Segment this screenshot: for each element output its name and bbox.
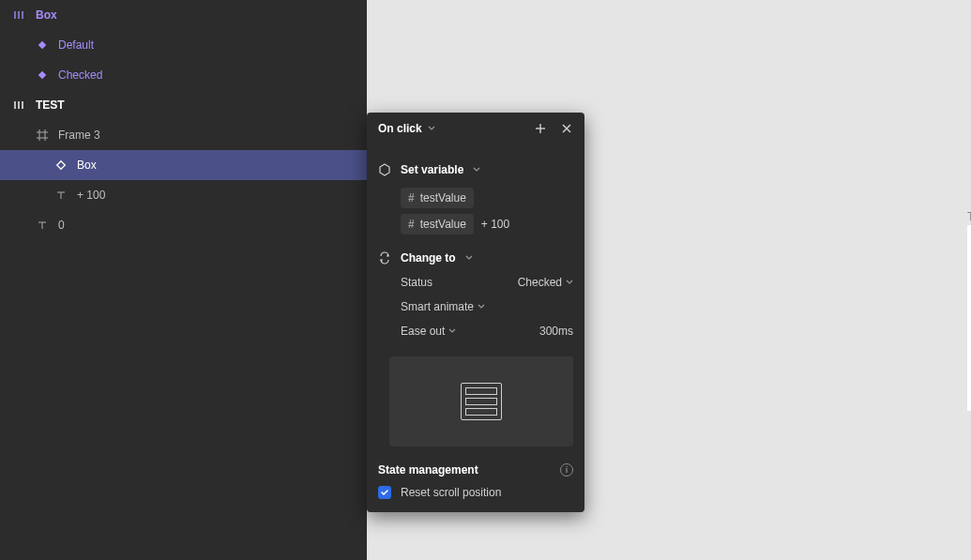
svg-rect-4 — [38, 71, 46, 79]
action-label: Set variable — [401, 163, 463, 176]
layer-label: Checked — [58, 68, 102, 82]
canvas-test-label[interactable]: TEST — [967, 210, 971, 223]
state-management-header: State management i — [367, 446, 584, 482]
svg-marker-25 — [380, 164, 389, 175]
layer-plus100-text[interactable]: + 100 — [0, 180, 367, 210]
chevron-down-icon — [473, 163, 480, 176]
change-to-action[interactable]: Change to — [378, 246, 573, 270]
set-variable-action[interactable]: Set variable — [378, 158, 573, 182]
action-label: Change to — [401, 251, 456, 265]
layer-variant-default[interactable]: Default — [0, 30, 367, 60]
property-status-row: Status Checked — [378, 270, 573, 295]
duration-input[interactable]: 300ms — [539, 325, 573, 338]
layer-label: 0 — [58, 219, 65, 232]
swap-icon — [378, 251, 391, 265]
layer-label: + 100 — [77, 189, 105, 202]
layer-frame3[interactable]: Frame 3 — [0, 120, 367, 150]
trigger-select[interactable]: On click — [378, 122, 422, 135]
variant-stack-icon — [13, 98, 26, 112]
animation-row: Smart animate — [378, 295, 573, 319]
property-value-select[interactable]: Checked — [518, 276, 573, 289]
reset-scroll-checkbox[interactable] — [378, 486, 391, 499]
hexagon-icon — [378, 163, 391, 176]
frame-icon — [36, 129, 49, 142]
chevron-down-icon — [465, 251, 473, 265]
expression-suffix: + 100 — [481, 218, 509, 231]
panel-header: On click — [367, 113, 584, 144]
diamond-icon — [36, 38, 49, 52]
layer-variant-checked[interactable]: Checked — [0, 60, 367, 90]
variable-name: testValue — [420, 218, 466, 231]
easing-row: Ease out 300ms — [378, 319, 573, 343]
layer-box-component[interactable]: Box — [0, 0, 367, 30]
checkbox-label: Reset scroll position — [401, 486, 501, 499]
svg-rect-12 — [57, 161, 65, 169]
close-panel-button[interactable] — [560, 122, 573, 135]
layer-test-frame[interactable]: TEST — [0, 90, 367, 120]
reset-scroll-row: Reset scroll position — [367, 482, 584, 499]
layer-label: Default — [58, 38, 94, 52]
variable-expression-chip[interactable]: # testValue — [401, 214, 474, 235]
layer-label: Box — [36, 8, 57, 22]
layer-label: TEST — [36, 98, 65, 112]
info-icon[interactable]: i — [560, 463, 573, 477]
layer-box-instance[interactable]: Box — [0, 150, 367, 180]
interaction-panel: On click Set variable # — [367, 113, 584, 512]
add-action-button[interactable] — [534, 122, 547, 135]
layer-zero-text[interactable]: 0 — [0, 210, 367, 240]
variant-stack-icon — [13, 8, 26, 22]
hash-icon: # — [408, 191, 415, 204]
chevron-down-icon — [566, 276, 573, 289]
preview-graphic — [461, 383, 502, 420]
diamond-icon — [36, 68, 49, 82]
instance-diamond-icon — [54, 159, 68, 172]
variable-name: testValue — [420, 191, 466, 204]
animation-select[interactable]: Smart animate — [401, 300, 485, 313]
chevron-down-icon — [478, 300, 485, 313]
animation-preview — [389, 356, 573, 446]
section-label: State management — [378, 463, 478, 477]
layer-label: Box — [77, 159, 97, 172]
text-icon — [36, 219, 49, 232]
variable-target-chip[interactable]: # testValue — [401, 188, 474, 208]
property-name: Status — [401, 276, 432, 289]
easing-select[interactable]: Ease out — [401, 325, 456, 338]
layer-label: Frame 3 — [58, 129, 100, 142]
text-icon — [54, 189, 68, 202]
svg-rect-3 — [38, 41, 46, 49]
chevron-down-icon — [448, 325, 456, 338]
test-frame[interactable] — [967, 225, 971, 411]
hash-icon: # — [408, 218, 415, 231]
chevron-down-icon — [428, 122, 435, 135]
layers-panel: Box Default Checked TEST Frame 3 Box — [0, 0, 367, 560]
